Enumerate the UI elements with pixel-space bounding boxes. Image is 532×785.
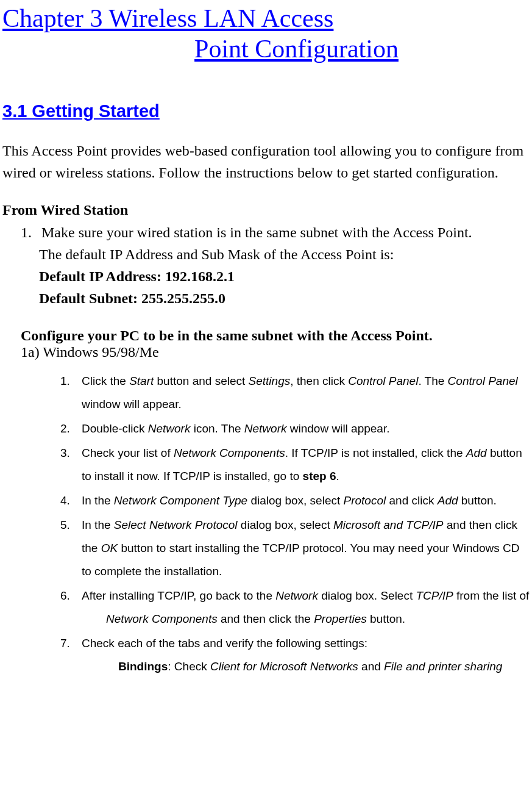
default-subnet: Default Subnet: 255.255.255.0 bbox=[39, 287, 530, 309]
list-item: 5. In the Select Network Protocol dialog… bbox=[60, 514, 530, 583]
list-item-text: In the Select Network Protocol dialog bo… bbox=[82, 514, 530, 583]
list-item-number: 1. bbox=[60, 370, 82, 416]
list-item-number: 7. bbox=[60, 632, 82, 678]
step-1-text: Make sure your wired station is in the s… bbox=[41, 224, 472, 240]
list-item-text: Check your list of Network Components. I… bbox=[82, 442, 530, 488]
step-1-body: The default IP Address and Sub Mask of t… bbox=[39, 243, 530, 309]
chapter-title: Chapter 3 Wireless LAN Access Point Conf… bbox=[2, 3, 530, 65]
list-item: 1. Click the Start button and select Set… bbox=[60, 370, 530, 416]
step-1-block: 1. Make sure your wired station is in th… bbox=[21, 221, 530, 309]
from-wired-station-heading: From Wired Station bbox=[2, 202, 530, 218]
step-1-row: 1. Make sure your wired station is in th… bbox=[21, 221, 530, 243]
list-item: 2. Double-click Network icon. The Networ… bbox=[60, 417, 530, 440]
list-item-number: 3. bbox=[60, 442, 82, 488]
list-item-number: 6. bbox=[60, 584, 82, 631]
section-title: 3.1 Getting Started bbox=[2, 101, 530, 121]
configure-pc-heading: Configure your PC to be in the same subn… bbox=[21, 328, 530, 344]
list-item: 7. Check each of the tabs and verify the… bbox=[60, 632, 530, 678]
list-item-number: 2. bbox=[60, 417, 82, 440]
bindings-line: Bindings: Check Client for Microsoft Net… bbox=[118, 655, 530, 678]
list-item-text: Check each of the tabs and verify the fo… bbox=[82, 632, 530, 678]
list-item-text: After installing TCP/IP, go back to the … bbox=[82, 584, 530, 631]
list-item-text: Double-click Network icon. The Network w… bbox=[82, 417, 530, 440]
default-ip-address: Default IP Address: 192.168.2.1 bbox=[39, 265, 530, 287]
list-item-number: 5. bbox=[60, 514, 82, 583]
step-1-number: 1. bbox=[21, 224, 39, 241]
platform-label: 1a) Windows 95/98/Me bbox=[21, 344, 530, 360]
list-item-number: 4. bbox=[60, 489, 82, 512]
list-item: 3. Check your list of Network Components… bbox=[60, 442, 530, 488]
list-item: 4. In the Network Component Type dialog … bbox=[60, 489, 530, 512]
chapter-title-line1: Chapter 3 Wireless LAN Access bbox=[2, 3, 530, 34]
numbered-steps-list: 1. Click the Start button and select Set… bbox=[60, 370, 530, 678]
intro-paragraph: This Access Point provides web-based con… bbox=[2, 140, 530, 184]
default-ip-info: The default IP Address and Sub Mask of t… bbox=[39, 243, 530, 265]
list-item-text: In the Network Component Type dialog box… bbox=[82, 489, 530, 512]
list-item: 6. After installing TCP/IP, go back to t… bbox=[60, 584, 530, 631]
chapter-title-line2: Point Configuration bbox=[2, 34, 530, 64]
document-page: Chapter 3 Wireless LAN Access Point Conf… bbox=[0, 0, 532, 678]
list-item-text: Click the Start button and select Settin… bbox=[82, 370, 530, 416]
